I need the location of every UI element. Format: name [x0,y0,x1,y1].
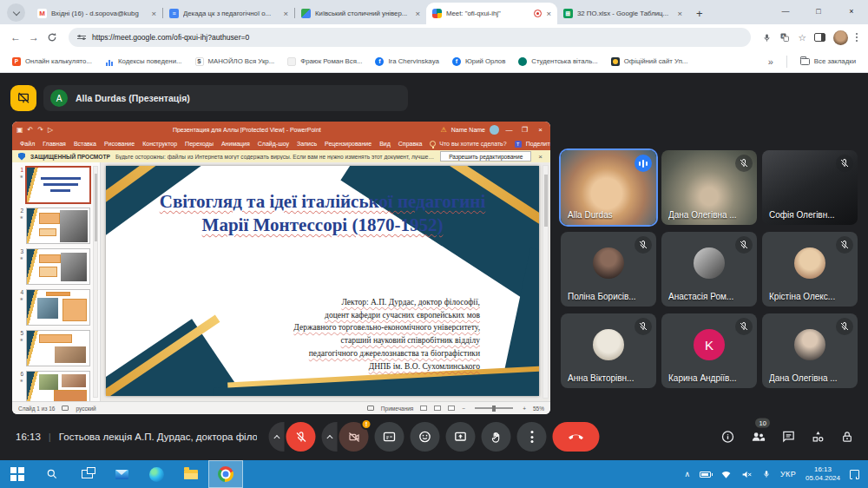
reload-button[interactable] [47,32,57,43]
notes-toggle[interactable]: Примечания [381,406,414,412]
presentation-warning-button[interactable] [10,85,36,111]
ppt-close-button[interactable]: × [535,126,546,134]
redo-icon[interactable]: ↷ [37,126,43,134]
site-settings-icon[interactable] [77,36,86,40]
slide-thumbnail[interactable] [26,289,90,326]
ribbon-tab-slideshow[interactable]: Слайд-шоу [258,141,289,147]
chat-button[interactable] [781,430,796,445]
present-button[interactable] [446,422,476,452]
slide-thumbnail[interactable] [26,371,90,401]
participant-tile[interactable]: Крістіна Олекс... [762,232,858,307]
side-panel-icon[interactable] [814,33,825,42]
minimize-button[interactable]: — [769,0,802,23]
close-icon[interactable]: × [415,9,420,18]
share-button[interactable]: TПоделиться [515,141,550,148]
participant-tile[interactable]: Анастасія Ром... [661,232,757,307]
forward-button[interactable]: → [29,32,39,43]
raise-hand-button[interactable] [482,422,511,452]
ribbon-tab-animations[interactable]: Анимация [221,141,250,147]
meeting-details-button[interactable] [720,430,735,445]
edge-app-button[interactable] [139,460,174,488]
chrome-app-button[interactable] [208,460,243,488]
bookmark-star-icon[interactable]: ☆ [798,32,806,43]
enable-editing-button[interactable]: Разрешить редактирование [440,151,531,162]
tab-meet-active[interactable]: Meet: "ofi-qxui-ihj" × [426,3,557,24]
slideshow-icon[interactable]: ▷ [48,126,53,134]
chrome-menu-icon[interactable] [856,33,858,42]
tab-docs[interactable]: ≡ Декада цк з педагогічної о... × [163,3,294,24]
ppt-quick-access-toolbar[interactable]: ▣ ↶ ↷ ▷ [16,126,53,134]
close-icon[interactable]: × [677,9,682,18]
wifi-icon[interactable] [720,470,732,479]
normal-view-icon[interactable] [420,406,427,411]
participant-tile[interactable]: Дана Олегівна ... [762,313,858,388]
back-button[interactable]: ← [10,32,21,43]
ribbon-tab-review[interactable]: Рецензирование [325,141,372,147]
close-window-button[interactable]: × [835,0,868,23]
all-bookmarks-button[interactable]: Все закладки [800,57,856,65]
bookmark-item[interactable]: Студентська віталь... [518,57,597,66]
zoom-in-button[interactable]: + [523,406,526,412]
start-button[interactable] [0,460,35,488]
participant-tile[interactable]: Анна Вікторівн... [561,313,656,388]
slide-thumbnail[interactable] [26,330,90,366]
close-icon[interactable]: × [546,9,551,18]
new-tab-button[interactable]: + [696,7,703,20]
ribbon-tab-draw[interactable]: Рисование [104,141,135,147]
close-icon[interactable]: × [151,9,156,18]
ribbon-tab-record[interactable]: Запись [297,141,317,147]
slide-thumbnail[interactable] [26,208,90,244]
mic-toggle-button[interactable] [286,422,316,452]
close-icon[interactable]: × [283,9,288,18]
maximize-button[interactable]: □ [802,0,835,23]
slide-sorter-icon[interactable] [434,406,441,411]
current-slide[interactable]: Світогляд та ідеї італійської педагогині… [106,166,539,396]
bookmark-item[interactable]: fЮрий Орлов [452,57,505,66]
thumbnail-scrollbar[interactable] [93,166,98,398]
tab-search-button[interactable] [7,3,25,22]
ribbon-tab-design[interactable]: Конструктор [142,141,177,147]
leave-call-button[interactable] [553,422,600,452]
zoom-level[interactable]: 55% [533,406,544,412]
camera-options-button[interactable] [322,422,338,452]
ribbon-tab-view[interactable]: Вид [379,141,391,147]
participants-button[interactable]: 10 [750,429,766,445]
activities-button[interactable] [811,430,825,445]
voice-search-icon[interactable] [762,33,772,43]
undo-icon[interactable]: ↶ [28,126,34,134]
bookmark-item[interactable]: Офіційний сайт Уп... [611,57,688,66]
camera-toggle-button[interactable]: ! [339,422,369,452]
hidden-icons-button[interactable]: ∧ [684,470,690,478]
bookmark-item[interactable]: SМАНОЙЛО Вся Укр... [195,57,275,66]
host-controls-button[interactable] [840,430,854,444]
bookmarks-overflow-button[interactable]: » [768,56,773,67]
ribbon-tab-insert[interactable]: Вставка [74,141,96,147]
zoom-out-button[interactable]: − [462,406,465,412]
tab-sheets[interactable]: ⊞ 32 ПО.xlsx - Google Таблиц... × [557,3,688,24]
slide-thumbnail[interactable] [26,248,90,285]
ppt-minimize-button[interactable]: — [503,126,515,134]
battery-icon[interactable] [700,472,711,478]
captions-button[interactable] [375,422,404,452]
ribbon-tab-file[interactable]: Файл [20,141,35,147]
mic-options-button[interactable] [269,422,285,452]
tell-me-box[interactable]: Что вы хотите сделать? [430,141,506,147]
slide-scrollbar[interactable] [542,165,549,399]
language-indicator[interactable]: УКР [780,470,796,478]
translate-icon[interactable]: A [779,32,790,43]
bookmark-item[interactable]: Фраюк Роман Вся... [287,57,362,66]
mail-app-button[interactable] [104,460,139,488]
address-bar[interactable]: https://meet.google.com/ofi-qxui-ihj?aut… [69,28,751,47]
participant-tile[interactable]: Софія Олегівн... [762,150,858,225]
bookmark-item[interactable]: PОнлайн калькулято... [12,57,92,66]
save-icon[interactable]: ▣ [16,126,23,134]
microphone-icon[interactable] [762,469,771,479]
action-center-icon[interactable] [850,470,859,479]
tab-gmail[interactable]: M Вхідні (16) - d.sopova@kubg × [31,3,162,24]
more-options-button[interactable] [517,422,547,452]
ribbon-tab-transitions[interactable]: Переходы [185,141,214,147]
bookmark-item[interactable]: Кодексы поведени... [105,57,182,66]
ribbon-tab-home[interactable]: Главная [43,141,66,147]
participant-tile[interactable]: Дана Олегівна ... [661,150,757,225]
bookmark-item[interactable]: fIra Chervinskaya [375,57,439,66]
